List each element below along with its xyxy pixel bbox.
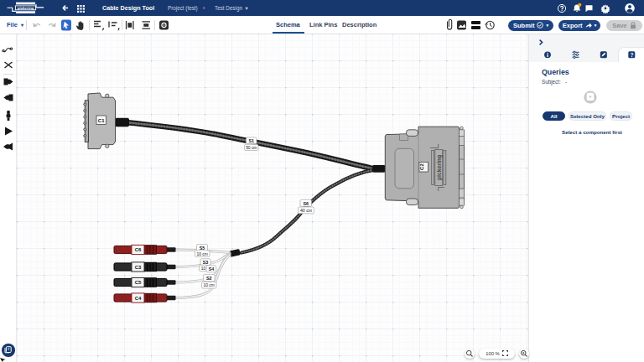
svg-text:C1: C1: [98, 118, 105, 123]
svg-text:40 cm: 40 cm: [300, 208, 312, 213]
svg-text:S4: S4: [209, 266, 215, 272]
svg-text:S5: S5: [200, 246, 205, 251]
svg-text:pickering: pickering: [18, 6, 34, 10]
svg-text:C5: C5: [135, 280, 142, 285]
svg-text:10 cm: 10 cm: [203, 282, 215, 287]
svg-text:C2: C2: [419, 163, 424, 170]
svg-text:50 cm: 50 cm: [246, 146, 257, 150]
svg-text:S2: S2: [206, 276, 212, 281]
svg-text:10 cm: 10 cm: [196, 251, 208, 256]
svg-text:C3: C3: [135, 265, 142, 270]
svg-text:?: ?: [630, 52, 633, 58]
svg-text:10: 10: [201, 266, 206, 271]
svg-text:S3: S3: [203, 260, 209, 265]
svg-text:C6: C6: [135, 247, 142, 252]
svg-text:S6: S6: [303, 201, 309, 206]
svg-text:C4: C4: [135, 296, 142, 301]
svg-text:S1: S1: [249, 138, 255, 143]
svg-text:pickering: pickering: [436, 155, 443, 180]
